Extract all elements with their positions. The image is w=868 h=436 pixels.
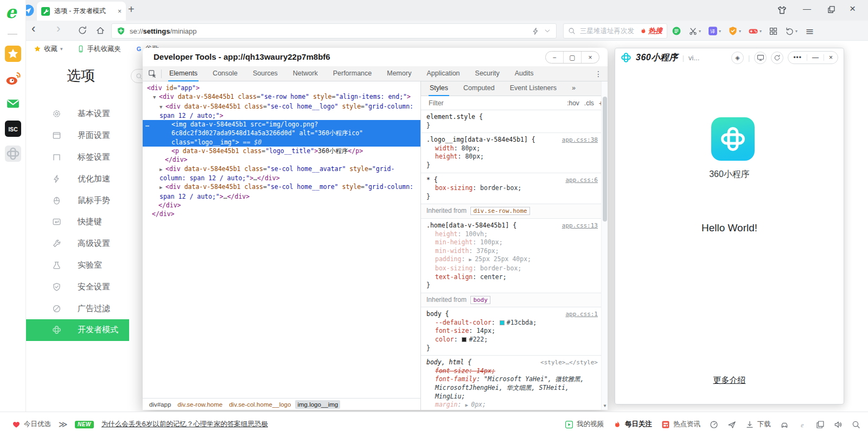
reload-icon[interactable] xyxy=(78,26,87,35)
devtools-tab-memory[interactable]: Memory xyxy=(386,66,412,81)
status-item-speaker[interactable] xyxy=(834,420,843,429)
status-news-link[interactable]: 为什么会丢失6岁以前的记忆？心理学家的答案细思恐极 xyxy=(101,420,268,429)
back-button[interactable]: ‹ xyxy=(31,22,35,36)
sidebar-item-界面设置[interactable]: 界面设置 xyxy=(26,125,129,147)
css-property[interactable]: padding: ▶ 25px 25px 40px; xyxy=(426,255,598,264)
status-item-rocket[interactable] xyxy=(727,420,736,429)
devtools-tab-console[interactable]: Console xyxy=(212,66,239,81)
devtools-close-button[interactable]: × xyxy=(582,52,599,63)
scrollbar-down-icon[interactable]: ▼ xyxy=(603,403,607,408)
bookmark-favorites[interactable]: 收藏 ▾ xyxy=(34,45,63,54)
breadcrumb-item[interactable]: div.se-row.home xyxy=(175,400,225,409)
styles-pane-tab--[interactable]: » xyxy=(571,81,577,96)
css-property[interactable]: font-size: 14px; xyxy=(426,327,598,336)
browser-logo[interactable]: e xyxy=(5,3,16,21)
color-swatch[interactable] xyxy=(500,320,505,325)
status-item-今日优选[interactable]: 今日优选 xyxy=(12,420,51,429)
styles-filter-input[interactable] xyxy=(429,99,562,107)
devtools-tab-application[interactable]: Application xyxy=(425,66,461,81)
toggle-cls[interactable]: .cls xyxy=(584,99,594,107)
devtools-maximize-button[interactable]: ▢ xyxy=(564,52,582,63)
shieldext-button[interactable]: ▾ xyxy=(728,26,741,36)
mail-app[interactable] xyxy=(5,96,21,112)
dom-tree-node[interactable]: </div> xyxy=(143,201,420,210)
lightning-icon[interactable] xyxy=(532,27,540,35)
css-rule[interactable]: app.css:38.logo__img[data-v-584e45b1] {w… xyxy=(421,133,601,173)
reader-button[interactable] xyxy=(672,26,681,36)
dropdown-arrow-icon[interactable]: ▾ xyxy=(760,29,762,34)
css-property[interactable]: height: 100vh; xyxy=(426,230,598,239)
miniapp-refresh-icon[interactable] xyxy=(771,52,783,64)
status-item-chevrons[interactable]: ≫ xyxy=(59,420,67,429)
css-property[interactable]: box-sizing: border-box; xyxy=(426,264,598,273)
css-property[interactable]: height: 80px; xyxy=(426,153,598,161)
search-box[interactable]: 三星堆遗址再次发 热搜 xyxy=(563,23,667,39)
devtools-tab-audits[interactable]: Audits xyxy=(514,66,535,81)
dropdown-arrow-icon[interactable]: ▾ xyxy=(795,29,797,34)
dropdown-arrow-icon[interactable]: ▾ xyxy=(739,29,741,34)
home-icon[interactable] xyxy=(95,26,105,35)
devtools-tab-security[interactable]: Security xyxy=(474,66,501,81)
devtools-tab-elements[interactable]: Elements xyxy=(168,66,199,81)
dom-tree-node[interactable]: <div id="app"> xyxy=(143,84,420,92)
miniapp-close-button[interactable]: × xyxy=(824,54,838,61)
dom-tree-node[interactable]: ▶<div data-v-584e45b1 class="se-col home… xyxy=(143,182,420,201)
hot-search-label[interactable]: 热搜 xyxy=(648,26,662,36)
sidebar-item-广告过滤[interactable]: 广告过滤 xyxy=(26,298,129,319)
status-item-windows[interactable] xyxy=(816,420,825,429)
css-source-link[interactable]: app.css:1 xyxy=(565,310,598,319)
css-rule[interactable]: app.css:13.home[data-v-584e45b1] {height… xyxy=(421,219,601,293)
sidebar-item-安全设置[interactable]: 安全设置 xyxy=(26,276,129,298)
dropdown-arrow-icon[interactable]: ▾ xyxy=(699,29,701,34)
isc-app[interactable]: ISC xyxy=(5,121,21,137)
dom-tree-node[interactable]: <p data-v-584e45b1 class="logo__title">3… xyxy=(143,147,420,155)
css-property[interactable]: width: 80px; xyxy=(426,144,598,153)
css-property[interactable]: text-align: center; xyxy=(426,273,598,282)
expand-shorthand-icon[interactable]: ▶ xyxy=(465,402,471,408)
forward-button[interactable]: › xyxy=(56,22,60,36)
expand-arrow-icon[interactable]: ▶ xyxy=(159,165,165,174)
styles-pane-tab-event-listeners[interactable]: Event Listeners xyxy=(509,81,558,96)
sidebar-item-实验室[interactable]: 实验室 xyxy=(26,255,129,276)
inspect-element-icon[interactable] xyxy=(148,69,157,78)
breadcrumb-item[interactable]: img.logo__img xyxy=(295,400,340,409)
sidebar-item-开发者模式[interactable]: 开发者模式 xyxy=(26,319,129,341)
css-source-link[interactable]: app.css:13 xyxy=(562,222,598,230)
scrollbar-thumb[interactable] xyxy=(603,97,607,222)
status-item-每日关注[interactable]: 每日关注 xyxy=(613,420,652,429)
chevron-down-icon[interactable] xyxy=(544,28,551,34)
browser-tab[interactable]: 选项 - 开发者模式 × xyxy=(37,2,126,21)
expand-arrow-icon[interactable]: ▼ xyxy=(159,103,165,111)
expand-arrow-icon[interactable]: ▶ xyxy=(159,183,165,192)
grid-button[interactable] xyxy=(769,27,778,36)
dom-tree-node[interactable]: </div> xyxy=(143,210,420,218)
dom-tree-node[interactable]: ▶<div data-v-584e45b1 class="se-col home… xyxy=(143,165,420,183)
dropdown-arrow-icon[interactable]: ▾ xyxy=(719,29,721,34)
status-news-item[interactable]: 为什么会丢失6岁以前的记忆？心理学家的答案细思恐极 xyxy=(101,420,268,429)
miniapp-desktop-icon[interactable] xyxy=(754,52,767,64)
scissors-button[interactable]: ▾ xyxy=(688,27,701,36)
window-close-button[interactable]: × xyxy=(850,3,856,15)
status-item-我的视频[interactable]: 我的视频 xyxy=(565,420,604,429)
color-swatch[interactable] xyxy=(462,337,467,342)
css-source-link[interactable]: <style>…</style> xyxy=(540,358,598,367)
status-item-gauge[interactable] xyxy=(710,420,718,429)
styles-scrollbar[interactable]: ▼ xyxy=(601,81,608,410)
devtools-tab-network[interactable]: Network xyxy=(292,66,319,81)
bookmark-mobile-favorites[interactable]: 手机收藏夹 xyxy=(77,45,122,54)
address-bar[interactable]: se://settings/miniapp xyxy=(111,23,557,39)
toggle-hov[interactable]: :hov xyxy=(567,99,579,107)
sidebar-item-快捷键[interactable]: 快捷键 xyxy=(26,211,129,233)
miniapp-launcher[interactable] xyxy=(5,146,21,162)
css-rule[interactable]: app.css:6* {box-sizing: border-box;} xyxy=(421,173,601,205)
miniapp-about-icon[interactable]: ◈ xyxy=(731,52,744,64)
gamepad-button[interactable]: ▾ xyxy=(748,26,762,36)
css-source-link[interactable]: app.css:38 xyxy=(562,136,598,144)
weibo-app[interactable] xyxy=(5,71,21,87)
styles-pane-tab-computed[interactable]: Computed xyxy=(462,81,496,96)
inherited-node-chip[interactable]: body xyxy=(470,296,490,304)
status-item-car[interactable] xyxy=(780,420,789,429)
css-property[interactable]: font-family: "Microsoft YaHei", 微软雅黑, Mi… xyxy=(426,375,598,401)
sidebar-item-高级设置[interactable]: 高级设置 xyxy=(26,233,129,255)
sidebar-item-鼠标手势[interactable]: 鼠标手势 xyxy=(26,189,129,211)
